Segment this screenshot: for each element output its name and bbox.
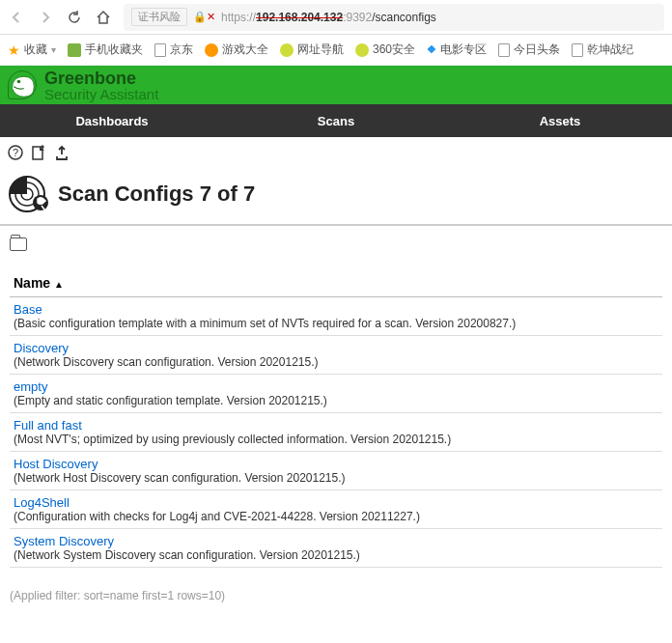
config-name-link[interactable]: System Discovery	[14, 534, 658, 548]
scan-config-icon	[8, 172, 52, 216]
star-icon: ★	[8, 42, 20, 58]
nav-scans[interactable]: Scans	[224, 114, 448, 128]
config-description: (Basic configuration template with a min…	[14, 317, 658, 330]
svg-text:?: ?	[13, 147, 18, 158]
url-bar[interactable]: 证书风险 🔒✕ https://192.168.204.132:9392/sca…	[124, 4, 664, 31]
back-button[interactable]	[8, 9, 25, 26]
column-header-name[interactable]: Name ▲	[10, 269, 662, 297]
content-area: Name ▲ Base(Basic configuration template…	[0, 238, 672, 568]
table-row: Base(Basic configuration template with a…	[10, 297, 662, 336]
table-row: System Discovery(Network System Discover…	[10, 529, 662, 568]
table-row: Full and fast(Most NVT's; optimized by u…	[10, 413, 662, 452]
browser-toolbar: 证书风险 🔒✕ https://192.168.204.132:9392/sca…	[0, 0, 672, 35]
app-subtitle: Security Assistant	[44, 87, 158, 101]
forward-button[interactable]	[37, 9, 54, 26]
favorites-button[interactable]: ★收藏▾	[8, 42, 56, 58]
main-nav: Dashboards Scans Assets	[0, 104, 672, 137]
config-name-link[interactable]: empty	[14, 379, 658, 394]
config-description: (Most NVT's; optimized by using previous…	[14, 433, 658, 446]
new-icon[interactable]	[31, 145, 46, 160]
config-description: (Network System Discovery scan configura…	[14, 548, 658, 562]
table-row: Log4Shell(Configuration with checks for …	[10, 490, 662, 529]
page-title-row: Scan Configs 7 of 7	[0, 168, 672, 226]
bookmark-icon	[572, 43, 583, 57]
app-header: Greenbone Security Assistant	[0, 66, 672, 104]
config-description: (Empty and static configuration template…	[14, 394, 658, 407]
applied-filter-text: (Applied filter: sort=name first=1 rows=…	[0, 568, 672, 612]
table-row: Discovery(Network Discovery scan configu…	[10, 336, 662, 375]
folder-icon[interactable]	[10, 238, 27, 251]
config-name-link[interactable]: Full and fast	[14, 418, 658, 433]
bookmark-icon	[280, 43, 294, 57]
bookmark-icon	[498, 43, 510, 57]
bookmark-icon	[205, 43, 218, 57]
page-toolbar: ?	[0, 137, 672, 168]
config-name-link[interactable]: Base	[14, 302, 658, 317]
nav-assets[interactable]: Assets	[448, 114, 672, 128]
table-row: empty(Empty and static configuration tem…	[10, 375, 662, 413]
bookmark-item[interactable]: 360安全	[355, 42, 415, 58]
greenbone-logo-icon	[8, 70, 37, 99]
table-row: Host Discovery(Network Host Discovery sc…	[10, 452, 662, 490]
svg-point-0	[17, 80, 21, 84]
help-icon[interactable]: ?	[8, 145, 23, 160]
bookmark-item[interactable]: ❖电影专区	[427, 42, 487, 58]
url-text: https://192.168.204.132:9392/scanconfigs	[221, 11, 436, 24]
config-name-link[interactable]: Log4Shell	[14, 495, 658, 510]
bookmarks-bar: ★收藏▾ 手机收藏夹 京东 游戏大全 网址导航 360安全 ❖电影专区 今日头条…	[0, 35, 672, 66]
bookmark-item[interactable]: 乾坤战纪	[572, 42, 633, 58]
bookmark-icon: ❖	[427, 43, 436, 56]
reload-button[interactable]	[66, 9, 83, 26]
upload-icon[interactable]	[54, 145, 70, 160]
bookmark-item[interactable]: 京东	[154, 42, 193, 58]
lock-broken-icon: 🔒✕	[193, 11, 215, 23]
config-description: (Network Host Discovery scan configurati…	[14, 471, 658, 485]
page-title: Scan Configs 7 of 7	[58, 182, 255, 207]
config-name-link[interactable]: Host Discovery	[14, 457, 658, 471]
sort-asc-icon: ▲	[54, 279, 64, 290]
bookmark-item[interactable]: 手机收藏夹	[68, 42, 143, 58]
config-description: (Configuration with checks for Log4j and…	[14, 510, 658, 523]
bookmark-icon	[355, 43, 369, 57]
config-name-link[interactable]: Discovery	[14, 341, 658, 355]
cert-warning-badge: 证书风险	[131, 8, 187, 26]
bookmark-icon	[68, 43, 81, 57]
bookmark-item[interactable]: 游戏大全	[205, 42, 268, 58]
bookmark-item[interactable]: 今日头条	[498, 42, 560, 58]
scan-configs-table: Name ▲ Base(Basic configuration template…	[10, 269, 662, 568]
bookmark-icon	[154, 43, 166, 57]
home-button[interactable]	[95, 9, 112, 26]
nav-dashboards[interactable]: Dashboards	[0, 114, 224, 128]
bookmark-item[interactable]: 网址导航	[280, 42, 344, 58]
app-name: Greenbone	[44, 70, 158, 87]
config-description: (Network Discovery scan configuration. V…	[14, 355, 658, 369]
